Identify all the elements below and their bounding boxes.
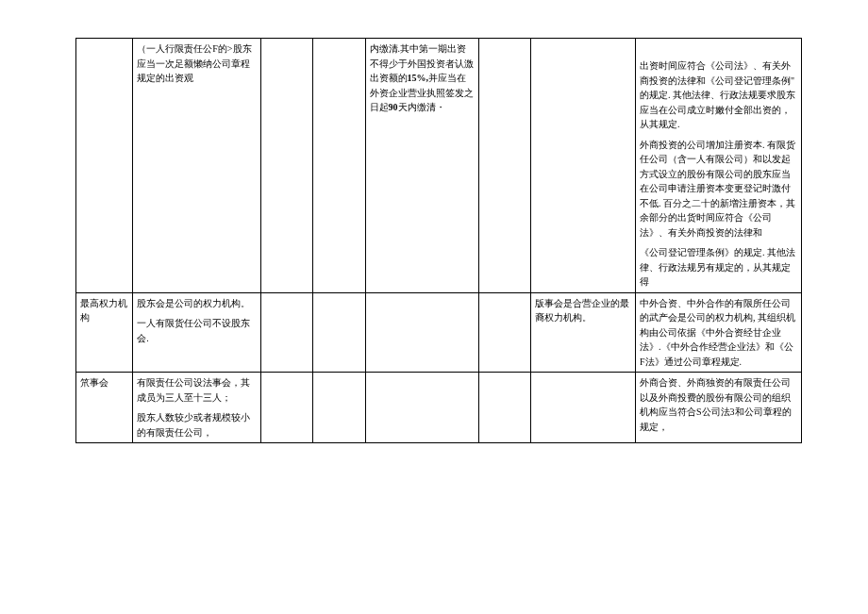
table-row: （一人行限责任公F的>股东应当一次足额懒纳公司章程规定的出资观 内缴清.其中第一…	[76, 39, 802, 293]
text: 天内缴清・	[398, 102, 445, 112]
cell-r1c2: （一人行限责任公F的>股东应当一次足额懒纳公司章程规定的出资观	[133, 39, 261, 293]
cell-r3c1: 笊事会	[76, 373, 133, 443]
cell-r1c3	[261, 39, 313, 293]
cell-r2c2: 股东会是公司的权力机构。 一人有限货任公司不设股东会.	[133, 292, 261, 373]
cell-r3c7	[531, 373, 636, 443]
paragraph: 股东会是公司的权力机构。	[137, 296, 257, 311]
bold-text: 90	[389, 102, 398, 112]
paragraph: 一人有限货任公司不设股东会.	[137, 316, 257, 345]
cell-r3c8: 外商合资、外商独资的有限责任公司以及外商投费的股份有限公司的组织机构应当符合S公…	[636, 373, 802, 443]
cell-r3c6	[479, 373, 531, 443]
cell-r2c1: 最高权力机构	[76, 292, 133, 373]
cell-r1c4	[313, 39, 365, 293]
cell-r1c5: 内缴清.其中第一期出资不得少于外国投资者认激出资额的15%,并应当在外资企业营业…	[365, 39, 479, 293]
cell-r1c6	[479, 39, 531, 293]
table-row: 最高权力机构 股东会是公司的权力机构。 一人有限货任公司不设股东会. 版事会是合…	[76, 292, 802, 373]
cell-r2c8: 中外合资、中外合作的有限所任公司的武产会是公司的权力机构, 其组织机构由公司依据…	[636, 292, 802, 373]
paragraph: 出资时间应符合《公司法》、有关外商投资的法律和《公司登记管理条例" 的规定. 其…	[640, 58, 797, 132]
paragraph: 有限责任公司设法事会，其成员为三人至十三人；	[137, 375, 257, 405]
cell-r2c6	[479, 292, 531, 373]
cell-r1c1	[76, 39, 133, 293]
cell-r2c5	[365, 292, 479, 373]
cell-r3c3	[261, 373, 313, 443]
table-row: 笊事会 有限责任公司设法事会，其成员为三人至十三人； 股东人数较少或者规模较小的…	[76, 373, 802, 443]
cell-r1c7	[531, 39, 636, 293]
cell-r2c4	[313, 292, 365, 373]
cell-r2c7: 版事会是合营企业的最裔权力机构。	[531, 292, 636, 373]
cell-r3c5	[365, 373, 479, 443]
paragraph: 股东人数较少或者规模较小的有限责任公司，	[137, 410, 257, 440]
cell-r1c8: 出资时间应符合《公司法》、有关外商投资的法律和《公司登记管理条例" 的规定. 其…	[636, 39, 802, 293]
paragraph: 外商投资的公司增加注册资本. 有限货任公司（含一人有限公司）和以发起方式设立的股…	[640, 138, 797, 241]
document-table: （一人行限责任公F的>股东应当一次足额懒纳公司章程规定的出资观 内缴清.其中第一…	[75, 38, 802, 443]
cell-r3c4	[313, 373, 365, 443]
paragraph: 《公司登记管理条例》的规定. 其他法律、行政法规另有规定的，从其规定得	[640, 245, 797, 290]
cell-r3c2: 有限责任公司设法事会，其成员为三人至十三人； 股东人数较少或者规模较小的有限责任…	[133, 373, 261, 443]
bold-text: 15%,	[408, 73, 429, 83]
cell-r2c3	[261, 292, 313, 373]
